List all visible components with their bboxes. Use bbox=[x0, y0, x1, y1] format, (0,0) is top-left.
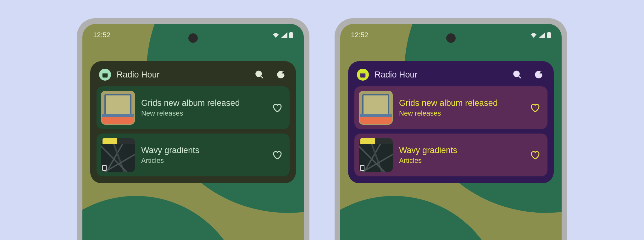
camera-cutout bbox=[188, 33, 198, 43]
phone-screen: 12:52 Radio Hour bbox=[82, 24, 304, 240]
radio-icon bbox=[359, 71, 366, 78]
svg-rect-5 bbox=[548, 32, 550, 33]
item-title: Grids new album released bbox=[399, 98, 523, 108]
item-subtitle: Articles bbox=[141, 157, 265, 165]
favorite-button[interactable] bbox=[271, 102, 283, 114]
item-thumbnail-article bbox=[101, 138, 135, 172]
item-text: Grids new album released New releases bbox=[399, 98, 523, 117]
svg-point-6 bbox=[514, 71, 519, 77]
refresh-button[interactable] bbox=[275, 69, 286, 80]
phone-mockup-green: 12:52 Radio Hour bbox=[77, 18, 309, 240]
svg-point-2 bbox=[256, 71, 262, 77]
widget-header: Radio Hour bbox=[354, 67, 547, 86]
signal-icon bbox=[281, 32, 287, 38]
wifi-icon bbox=[530, 32, 537, 38]
app-icon[interactable] bbox=[99, 69, 111, 81]
heart-icon bbox=[530, 150, 540, 160]
item-subtitle: Articles bbox=[399, 157, 523, 165]
list-item[interactable]: Grids new album released New releases bbox=[97, 86, 290, 129]
wallpaper-shape bbox=[340, 196, 504, 240]
radio-hour-widget[interactable]: Radio Hour Grids new album released New … bbox=[90, 61, 296, 183]
svg-rect-0 bbox=[289, 32, 293, 38]
wallpaper-shape bbox=[82, 196, 246, 240]
heart-icon bbox=[530, 103, 540, 113]
phone-mockup-purple: 12:52 Radio Hour bbox=[335, 18, 567, 240]
item-subtitle: New releases bbox=[141, 109, 265, 117]
status-time: 12:52 bbox=[93, 31, 110, 39]
status-icons bbox=[272, 32, 293, 38]
status-icons bbox=[530, 32, 551, 38]
item-text: Grids new album released New releases bbox=[141, 98, 265, 117]
item-thumbnail-article bbox=[359, 138, 393, 172]
svg-rect-1 bbox=[290, 32, 292, 33]
svg-line-3 bbox=[261, 76, 263, 78]
battery-icon bbox=[289, 32, 293, 38]
status-time: 12:52 bbox=[351, 31, 368, 39]
item-title: Wavy gradients bbox=[399, 146, 523, 155]
item-subtitle: New releases bbox=[399, 109, 523, 117]
list-item[interactable]: Grids new album released New releases bbox=[354, 86, 547, 129]
svg-rect-4 bbox=[547, 32, 551, 38]
list-item[interactable]: Wavy gradients Articles bbox=[354, 134, 547, 176]
item-title: Wavy gradients bbox=[141, 146, 265, 155]
search-icon bbox=[513, 70, 522, 79]
widget-title: Radio Hour bbox=[375, 70, 502, 80]
radio-hour-widget[interactable]: Radio Hour Grids new album released New … bbox=[348, 61, 554, 183]
heart-icon bbox=[272, 150, 282, 160]
signal-icon bbox=[539, 32, 545, 38]
widget-title: Radio Hour bbox=[117, 70, 244, 80]
favorite-button[interactable] bbox=[529, 102, 541, 114]
radio-icon bbox=[102, 71, 108, 78]
phone-screen: 12:52 Radio Hour bbox=[340, 24, 562, 240]
wifi-icon bbox=[272, 32, 279, 38]
search-icon bbox=[255, 70, 264, 79]
heart-icon bbox=[272, 103, 282, 113]
list-item[interactable]: Wavy gradients Articles bbox=[97, 134, 290, 176]
favorite-button[interactable] bbox=[271, 149, 283, 161]
app-icon[interactable] bbox=[357, 69, 369, 81]
refresh-icon bbox=[534, 70, 543, 79]
camera-cutout bbox=[446, 33, 456, 43]
item-text: Wavy gradients Articles bbox=[399, 146, 523, 165]
battery-icon bbox=[547, 32, 551, 38]
refresh-button[interactable] bbox=[533, 69, 544, 80]
search-button[interactable] bbox=[512, 69, 523, 80]
svg-line-7 bbox=[519, 76, 521, 78]
item-text: Wavy gradients Articles bbox=[141, 146, 265, 165]
widget-header: Radio Hour bbox=[97, 67, 290, 86]
item-thumbnail-album bbox=[359, 91, 393, 125]
refresh-icon bbox=[276, 70, 286, 79]
search-button[interactable] bbox=[254, 69, 265, 80]
favorite-button[interactable] bbox=[529, 149, 541, 161]
item-title: Grids new album released bbox=[141, 98, 265, 108]
item-thumbnail-album bbox=[101, 91, 135, 125]
